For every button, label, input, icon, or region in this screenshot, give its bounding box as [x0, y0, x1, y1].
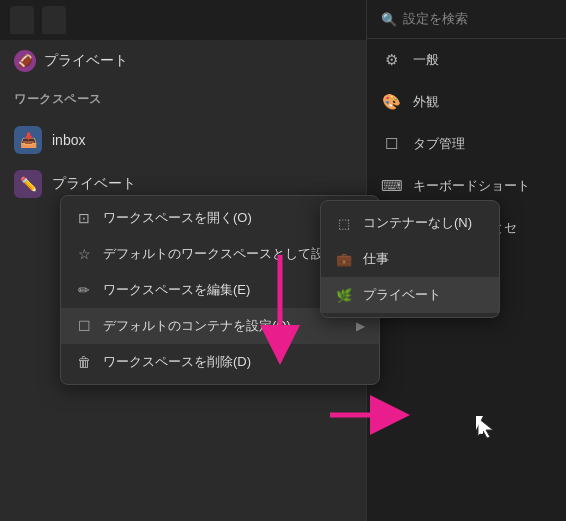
context-set-default-label: デフォルトのワークスペースとして設定(S)	[103, 245, 354, 263]
tab-2[interactable]	[42, 6, 66, 34]
submenu-private[interactable]: 🌿 プライベート	[321, 277, 499, 313]
context-edit-label: ワークスペースを編集(E)	[103, 281, 250, 299]
inbox-icon: 📥	[14, 126, 42, 154]
private-icon: ✏️	[14, 170, 42, 198]
private-label: プライベート	[52, 175, 373, 193]
context-delete[interactable]: 🗑 ワークスペースを削除(D)	[61, 344, 379, 380]
general-label: 一般	[413, 51, 439, 69]
submenu-work[interactable]: 💼 仕事	[321, 241, 499, 277]
keyboard-icon: ⌨	[381, 177, 401, 195]
submenu-work-label: 仕事	[363, 250, 389, 268]
star-icon: ☆	[75, 246, 93, 262]
submenu-private-label: プライベート	[363, 286, 441, 304]
inbox-label: inbox	[52, 132, 396, 148]
submenu-none-label: コンテナーなし(N)	[363, 214, 472, 232]
appearance-icon: 🎨	[381, 93, 401, 111]
keyboard-label: キーボードショート	[413, 177, 530, 195]
container-submenu: ⬚ コンテナーなし(N) 💼 仕事 🌿 プライベート	[320, 200, 500, 318]
appearance-label: 外観	[413, 93, 439, 111]
none-icon: ⬚	[335, 216, 353, 231]
open-icon: ⊡	[75, 210, 93, 226]
search-placeholder: 設定を検索	[403, 10, 468, 28]
inbox-item[interactable]: 📥 inbox	[0, 118, 410, 162]
profile-icon: 🏈	[14, 50, 36, 72]
context-delete-label: ワークスペースを削除(D)	[103, 353, 251, 371]
trash-icon: 🗑	[75, 354, 93, 370]
profile-name: プライベート	[44, 52, 128, 70]
general-icon: ⚙	[381, 51, 401, 69]
top-bar	[0, 0, 410, 40]
search-icon: 🔍	[381, 12, 397, 27]
container-icon: ☐	[75, 318, 93, 334]
profile-emoji: 🏈	[18, 54, 33, 68]
edit-icon: ✏	[75, 282, 93, 298]
settings-tabs[interactable]: ☐ タブ管理	[367, 123, 566, 165]
tabs-label: タブ管理	[413, 135, 465, 153]
work-icon: 💼	[335, 252, 353, 267]
tabs-icon: ☐	[381, 135, 401, 153]
workspace-header: ワークスペース ↕ +	[0, 82, 410, 118]
settings-appearance[interactable]: 🎨 外観	[367, 81, 566, 123]
settings-general[interactable]: ⚙ 一般	[367, 39, 566, 81]
context-open-label: ワークスペースを開く(O)	[103, 209, 252, 227]
submenu-none[interactable]: ⬚ コンテナーなし(N)	[321, 205, 499, 241]
settings-search-bar[interactable]: 🔍 設定を検索	[367, 0, 566, 39]
profile-row[interactable]: 🏈 プライベート	[0, 40, 410, 82]
chevron-right-icon: ▶	[356, 319, 365, 333]
workspace-title: ワークスペース	[14, 91, 102, 108]
context-set-container-label: デフォルトのコンテナを設定(O)	[103, 317, 291, 335]
tab-1[interactable]	[10, 6, 34, 34]
leaf-icon: 🌿	[335, 288, 353, 303]
